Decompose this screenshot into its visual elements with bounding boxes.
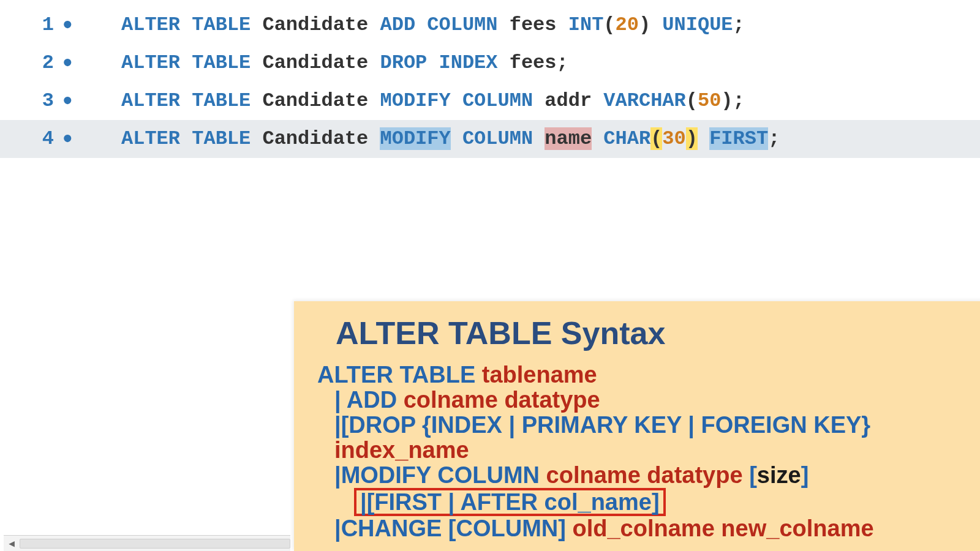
- syntax-fragment: size: [757, 462, 801, 488]
- keyword: TABLE: [192, 51, 251, 74]
- identifier: Candidate: [262, 127, 368, 150]
- semicolon: ;: [733, 13, 745, 36]
- syntax-fragment: ]: [801, 462, 809, 488]
- syntax-fragment: CHANGE [COLUMN]: [341, 515, 573, 541]
- paren: (: [686, 89, 698, 112]
- keyword: ALTER: [121, 13, 180, 36]
- syntax-fragment: |: [334, 462, 341, 488]
- keyword: COLUMN: [462, 127, 533, 150]
- sql-editor[interactable]: 1 ● ALTER TABLE Candidate ADD COLUMN fee…: [0, 0, 980, 551]
- breakpoint-icon[interactable]: ●: [60, 82, 91, 120]
- number: 50: [698, 89, 721, 112]
- syntax-fragment: ALTER TABLE: [317, 362, 482, 388]
- syntax-fragment: |: [334, 387, 347, 413]
- syntax-fragment: colname datatype: [546, 462, 750, 488]
- syntax-fragment: |: [334, 515, 341, 541]
- paren-match: ): [686, 127, 698, 150]
- line-number: 4: [0, 120, 60, 158]
- syntax-fragment: colname datatype: [404, 387, 600, 413]
- keyword: MODIFY: [380, 89, 450, 112]
- code-line-current[interactable]: 4 ● ALTER TABLE Candidate MODIFY COLUMN …: [0, 120, 980, 158]
- code-line[interactable]: 3 ● ALTER TABLE Candidate MODIFY COLUMN …: [0, 82, 980, 120]
- semicolon: ;: [733, 89, 745, 112]
- line-number: 1: [0, 6, 60, 44]
- paren: ): [639, 13, 650, 36]
- code-line[interactable]: 1 ● ALTER TABLE Candidate ADD COLUMN fee…: [0, 6, 980, 44]
- code-text[interactable]: ALTER TABLE Candidate MODIFY COLUMN name…: [91, 120, 980, 158]
- syntax-fragment: |[: [334, 412, 349, 438]
- syntax-fragment-highlight: |[FIRST | AFTER col_name]: [354, 488, 666, 516]
- code-text[interactable]: ALTER TABLE Candidate DROP INDEX fees;: [91, 44, 980, 82]
- keyword: UNIQUE: [662, 13, 733, 36]
- code-area[interactable]: 1 ● ALTER TABLE Candidate ADD COLUMN fee…: [0, 0, 980, 158]
- syntax-fragment: DROP {INDEX | PRIMARY KEY | FOREIGN KEY}: [349, 412, 870, 438]
- identifier: Candidate: [262, 89, 368, 112]
- code-text[interactable]: ALTER TABLE Candidate ADD COLUMN fees IN…: [91, 6, 980, 44]
- paren: ): [721, 89, 733, 112]
- keyword: COLUMN: [462, 89, 533, 112]
- paren-match: (: [650, 127, 662, 150]
- code-text[interactable]: ALTER TABLE Candidate MODIFY COLUMN addr…: [91, 82, 980, 120]
- keyword: COLUMN: [427, 13, 497, 36]
- datatype: VARCHAR: [603, 89, 685, 112]
- syntax-row: |MODIFY COLUMN colname datatype [size]: [317, 463, 963, 488]
- identifier: fees: [510, 13, 557, 36]
- syntax-row-boxed: |[FIRST | AFTER col_name]: [317, 488, 963, 516]
- syntax-row: ALTER TABLE tablename: [317, 362, 963, 388]
- syntax-fragment: ADD: [347, 387, 404, 413]
- horizontal-scrollbar[interactable]: ◀: [4, 535, 290, 551]
- syntax-row: | ADD colname datatype: [317, 388, 963, 413]
- syntax-fragment: old_colname new_colname: [573, 515, 874, 541]
- syntax-fragment: MODIFY COLUMN: [341, 462, 546, 488]
- keyword: TABLE: [192, 89, 251, 112]
- syntax-help-popup: ALTER TABLE Syntax ALTER TABLE tablename…: [294, 301, 980, 551]
- code-line[interactable]: 2 ● ALTER TABLE Candidate DROP INDEX fee…: [0, 44, 980, 82]
- identifier: fees: [510, 51, 557, 74]
- keyword: DROP: [380, 51, 427, 74]
- keyword-highlight: MODIFY: [380, 127, 450, 150]
- keyword: INDEX: [439, 51, 497, 74]
- keyword: ALTER: [121, 51, 180, 74]
- scroll-left-icon[interactable]: ◀: [4, 536, 20, 552]
- breakpoint-icon[interactable]: ●: [60, 6, 91, 44]
- datatype: INT: [568, 13, 604, 36]
- identifier: Candidate: [262, 51, 368, 74]
- keyword: TABLE: [192, 13, 251, 36]
- identifier-highlight: name: [545, 127, 592, 150]
- datatype: CHAR: [603, 127, 650, 150]
- breakpoint-icon[interactable]: ●: [60, 44, 91, 82]
- breakpoint-icon[interactable]: ●: [60, 120, 91, 158]
- syntax-row: |CHANGE [COLUMN] old_colname new_colname: [317, 516, 963, 541]
- line-number: 3: [0, 82, 60, 120]
- syntax-row: |[DROP {INDEX | PRIMARY KEY | FOREIGN KE…: [317, 413, 963, 463]
- syntax-fragment: [: [749, 462, 757, 488]
- scrollbar-track[interactable]: [20, 539, 290, 549]
- syntax-fragment: index_name: [334, 437, 469, 463]
- line-number: 2: [0, 44, 60, 82]
- keyword: TABLE: [192, 127, 251, 150]
- identifier: Candidate: [262, 13, 368, 36]
- identifier: addr: [545, 89, 592, 112]
- paren: (: [603, 13, 615, 36]
- keyword: ALTER: [121, 89, 180, 112]
- semicolon: ;: [768, 127, 780, 150]
- keyword-highlight: FIRST: [709, 127, 768, 150]
- syntax-fragment: tablename: [482, 362, 597, 388]
- popup-title: ALTER TABLE Syntax: [336, 315, 963, 351]
- number: 30: [662, 127, 685, 150]
- keyword: ALTER: [121, 127, 180, 150]
- semicolon: ;: [557, 51, 568, 74]
- number: 20: [616, 13, 639, 36]
- keyword: ADD: [380, 13, 415, 36]
- syntax-body: ALTER TABLE tablename | ADD colname data…: [317, 362, 963, 541]
